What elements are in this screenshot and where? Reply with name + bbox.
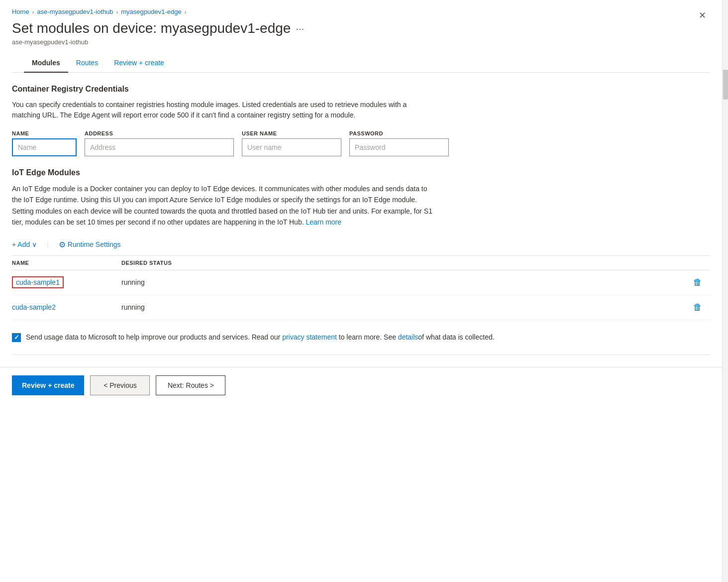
col-status-header: DESIRED STATUS — [121, 260, 685, 266]
row-status-cell-1: running — [121, 278, 685, 286]
name-label: NAME — [12, 130, 77, 136]
password-label: PASSWORD — [349, 130, 449, 136]
add-label: + Add — [12, 240, 30, 248]
registry-desc: You can specify credentials to container… — [12, 100, 435, 120]
usage-data-section: ✓ Send usage data to Microsoft to help i… — [12, 332, 710, 355]
registry-form: NAME ADDRESS USER NAME PASSWORD — [12, 130, 710, 156]
chevron-down-icon: ∨ — [32, 240, 37, 248]
breadcrumb-sep-1: › — [32, 9, 34, 15]
breadcrumb-sep-2: › — [116, 9, 118, 15]
next-button[interactable]: Next: Routes > — [156, 375, 225, 395]
username-label: USER NAME — [242, 130, 341, 136]
add-button[interactable]: + Add ∨ — [12, 238, 37, 250]
address-form-group: ADDRESS — [85, 130, 234, 156]
name-input[interactable] — [12, 138, 77, 156]
footer: Review + create < Previous Next: Routes … — [0, 367, 722, 403]
close-button[interactable]: ✕ — [695, 8, 710, 23]
page-title: Set modules on device: myasegpudev1-edge… — [12, 20, 304, 36]
details-link[interactable]: details — [398, 333, 418, 341]
breadcrumb-home[interactable]: Home — [12, 8, 29, 15]
delete-button-2[interactable]: 🗑 — [691, 300, 704, 315]
iot-desc: An IoT Edge module is a Docker container… — [12, 183, 435, 228]
iot-title: IoT Edge Modules — [12, 168, 710, 177]
username-input[interactable] — [242, 138, 341, 156]
table-row: cuda-sample2 running 🗑 — [12, 295, 710, 320]
modules-toolbar: + Add ∨ | ⚙ Runtime Settings — [12, 238, 710, 251]
iot-section: IoT Edge Modules An IoT Edge module is a… — [12, 168, 710, 355]
gear-icon: ⚙ — [59, 240, 66, 249]
row-name-cell-1: cuda-sample1 — [12, 276, 121, 288]
breadcrumb-iothub[interactable]: ase-myasegpudev1-iothub — [37, 8, 113, 15]
breadcrumb-sep-3: › — [185, 9, 187, 15]
ellipsis-menu[interactable]: ··· — [296, 23, 304, 34]
runtime-settings-label: Runtime Settings — [68, 240, 121, 248]
table-row: cuda-sample1 running 🗑 — [12, 270, 710, 295]
tab-review-create[interactable]: Review + create — [106, 54, 172, 73]
tab-modules[interactable]: Modules — [24, 54, 68, 73]
registry-title: Container Registry Credentials — [12, 85, 710, 94]
address-input[interactable] — [85, 138, 234, 156]
password-form-group: PASSWORD — [349, 130, 449, 156]
usage-data-label: Send usage data to Microsoft to help imp… — [26, 332, 495, 343]
row-action-cell-2: 🗑 — [685, 300, 710, 315]
review-create-button[interactable]: Review + create — [12, 375, 84, 395]
username-form-group: USER NAME — [242, 130, 341, 156]
trash-icon-1: 🗑 — [693, 277, 702, 287]
learn-more-link[interactable]: Learn more — [306, 218, 341, 226]
tab-routes[interactable]: Routes — [68, 54, 106, 73]
runtime-settings-button[interactable]: ⚙ Runtime Settings — [59, 238, 121, 251]
usage-data-checkbox[interactable]: ✓ — [12, 333, 21, 342]
address-label: ADDRESS — [85, 130, 234, 136]
row-status-cell-2: running — [121, 303, 685, 311]
page-subtitle: ase-myasegpudev1-iothub — [12, 38, 304, 46]
registry-section: Container Registry Credentials You can s… — [12, 85, 710, 156]
table-header: NAME DESIRED STATUS — [12, 256, 710, 270]
checkmark-icon: ✓ — [14, 334, 19, 341]
breadcrumb-edge[interactable]: myasegpudev1-edge — [121, 8, 181, 15]
module-link-1[interactable]: cuda-sample1 — [12, 276, 64, 288]
toolbar-divider: | — [47, 240, 49, 248]
privacy-statement-link[interactable]: privacy statement — [282, 333, 337, 341]
col-name-header: NAME — [12, 260, 121, 266]
modules-table: NAME DESIRED STATUS cuda-sample1 running… — [12, 255, 710, 320]
row-action-cell-1: 🗑 — [685, 275, 710, 290]
previous-button[interactable]: < Previous — [90, 375, 150, 395]
delete-button-1[interactable]: 🗑 — [691, 275, 704, 290]
col-action-header — [685, 260, 710, 266]
password-input[interactable] — [349, 138, 449, 156]
breadcrumb: Home › ase-myasegpudev1-iothub › myasegp… — [12, 8, 710, 15]
name-form-group: NAME — [12, 130, 77, 156]
trash-icon-2: 🗑 — [693, 302, 702, 312]
row-name-cell-2: cuda-sample2 — [12, 303, 121, 311]
module-link-2[interactable]: cuda-sample2 — [12, 303, 56, 311]
tab-bar: Modules Routes Review + create — [12, 54, 710, 73]
